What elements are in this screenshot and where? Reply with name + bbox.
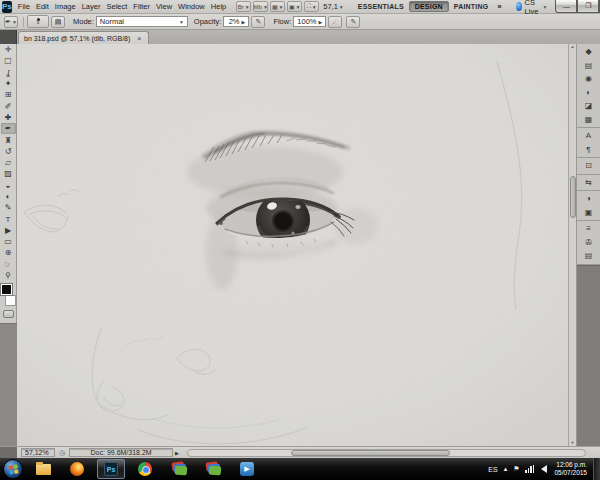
quick-mask-button[interactable] — [3, 310, 14, 318]
scroll-up-icon[interactable]: ▲ — [571, 44, 575, 50]
color-panel-icon[interactable]: ◆ — [580, 46, 598, 59]
menu-filter[interactable]: Filter — [130, 0, 153, 13]
crop-tool[interactable]: ⊞ — [1, 89, 16, 100]
menu-edit[interactable]: Edit — [33, 0, 52, 13]
document-size-field[interactable]: Doc: 99.6M/318.2M — [69, 448, 173, 457]
mini-bridge-panel-icon[interactable]: ⊡ — [580, 160, 598, 173]
eraser-tool[interactable]: ▱ — [1, 157, 16, 168]
screen-mode-icon[interactable]: ⛶▼ — [304, 1, 319, 12]
action-center-icon[interactable]: ⚑ — [513, 465, 519, 473]
taskbar-app-bluestacks[interactable] — [165, 459, 193, 479]
taskbar-app-firefox[interactable] — [63, 459, 91, 479]
arrange-documents-icon[interactable]: ▣▼ — [287, 1, 302, 12]
document-tab[interactable]: bn 318.psd @ 57,1% (dib, RGB/8) × — [18, 31, 149, 44]
horizontal-scrollbar[interactable]: ∙∙∙ — [187, 449, 586, 457]
3d-rotate-tool[interactable]: ⊕ — [1, 247, 16, 258]
brush-preset-picker[interactable]: 9 — [27, 15, 49, 28]
show-desktop-button[interactable] — [593, 458, 600, 480]
layers-panel-icon[interactable]: ≡ — [580, 223, 598, 236]
hand-tool[interactable]: ☞ — [1, 259, 16, 270]
paths-panel-icon[interactable]: ▤ — [580, 250, 598, 263]
menu-image[interactable]: Image — [52, 0, 79, 13]
clock[interactable]: 12:06 p.m. 05/07/2015 — [554, 461, 587, 477]
blur-tool[interactable]: ◒ — [1, 180, 16, 191]
status-menu-arrow-icon[interactable]: ▶ — [175, 450, 179, 456]
start-button[interactable] — [3, 459, 23, 479]
pressure-size-button[interactable]: ✎ — [346, 16, 360, 28]
move-tool[interactable]: ✛ — [1, 44, 16, 55]
opacity-input[interactable]: 2% ▶ — [223, 16, 249, 27]
vertical-scrollbar[interactable]: ▲ ▼ — [568, 44, 576, 446]
network-icon[interactable] — [525, 465, 535, 473]
language-indicator[interactable]: ES — [488, 466, 497, 473]
pressure-opacity-button[interactable]: ✎ — [251, 16, 265, 28]
channels-panel-icon[interactable]: ▣ — [580, 206, 598, 219]
history-brush-tool[interactable]: ↺ — [1, 146, 16, 157]
clone-source-panel-icon[interactable]: ⇆ — [580, 176, 598, 189]
eyedropper-tool[interactable]: ✐ — [1, 100, 16, 111]
toggle-brush-panel-button[interactable]: ▤ — [51, 16, 65, 28]
workspace-overflow-button[interactable]: » — [493, 2, 505, 11]
taskbar-app-explorer[interactable] — [29, 459, 57, 479]
photoshop-logo[interactable]: Ps — [2, 1, 12, 13]
background-color-swatch[interactable] — [5, 295, 16, 306]
status-options-icon[interactable]: ◷ — [59, 449, 65, 457]
taskbar-app-media-player[interactable]: ▶ — [233, 459, 261, 479]
vertical-scroll-thumb[interactable] — [570, 176, 576, 218]
flow-input[interactable]: 100% ▶ — [293, 16, 326, 27]
tab-close-icon[interactable]: × — [135, 34, 143, 42]
character-panel-icon[interactable]: A — [580, 130, 598, 143]
marquee-tool[interactable]: ▢ — [1, 55, 16, 66]
blend-mode-value: Normal — [100, 17, 124, 26]
workspace-painting[interactable]: PAINTING — [449, 2, 494, 11]
history-panel-icon[interactable]: ✇ — [580, 236, 598, 249]
taskbar-app-chrome[interactable] — [131, 459, 159, 479]
menu-file[interactable]: File — [15, 0, 33, 13]
menu-select[interactable]: Select — [103, 0, 130, 13]
shape-tool[interactable]: ▭ — [1, 236, 16, 247]
launch-bridge-icon[interactable]: Br▼ — [236, 1, 251, 12]
type-tool[interactable]: T — [1, 213, 16, 224]
healing-brush-tool[interactable]: ✚ — [1, 112, 16, 123]
styles-panel-icon[interactable]: ◉ — [580, 73, 598, 86]
minimize-button[interactable]: — — [555, 0, 577, 13]
taskbar-app-bluestacks-2[interactable] — [199, 459, 227, 479]
volume-icon[interactable] — [541, 465, 547, 473]
menu-window[interactable]: Window — [175, 0, 208, 13]
masks-panel-icon[interactable]: ◪ — [580, 100, 598, 113]
dodge-tool[interactable]: ◐ — [1, 191, 16, 202]
pen-tool[interactable]: ✎ — [1, 202, 16, 213]
workspace-design[interactable]: DESIGN — [409, 1, 449, 12]
media-player-icon: ▶ — [240, 462, 254, 476]
histogram-panel-icon[interactable]: ▦ — [580, 113, 598, 126]
zoom-level-dropdown[interactable]: 57,1 ▼ — [320, 2, 347, 11]
path-selection-tool[interactable]: ▶ — [1, 225, 16, 236]
menu-view[interactable]: View — [153, 0, 175, 13]
horizontal-scroll-thumb[interactable]: ∙∙∙ — [291, 450, 450, 456]
zoom-percent-field[interactable]: 57,12% — [21, 448, 55, 457]
blend-mode-select[interactable]: Normal ▼ — [96, 16, 188, 27]
brush-tool-preset-icon[interactable]: ✒ ▼ — [4, 16, 18, 28]
lasso-tool[interactable]: ʆ — [1, 67, 16, 78]
taskbar-app-photoshop[interactable]: Ps — [97, 459, 125, 479]
artwork — [17, 44, 568, 446]
view-extras-icon[interactable]: ▦▼ — [270, 1, 285, 12]
clone-stamp-tool[interactable]: ♜ — [1, 134, 16, 145]
workspace-essentials[interactable]: ESSENTIALS — [353, 2, 409, 11]
quick-selection-tool[interactable]: ✦ — [1, 78, 16, 89]
brush-tool[interactable]: ✒ — [1, 123, 16, 134]
hidden-icons-button[interactable]: ▴ — [504, 465, 508, 473]
foreground-color-swatch[interactable] — [1, 284, 12, 295]
masks2-panel-icon[interactable]: ◑ — [580, 193, 598, 206]
restore-button[interactable]: ❐ — [577, 0, 599, 13]
launch-mini-bridge-icon[interactable]: Mb▼ — [253, 1, 268, 12]
menu-help[interactable]: Help — [208, 0, 229, 13]
swatches-panel-icon[interactable]: ▤ — [580, 59, 598, 72]
airbrush-button[interactable]: ☄ — [328, 16, 342, 28]
paragraph-panel-icon[interactable]: ¶ — [580, 143, 598, 156]
gradient-tool[interactable]: ▨ — [1, 168, 16, 179]
menu-layer[interactable]: Layer — [79, 0, 104, 13]
canvas[interactable] — [17, 44, 568, 446]
zoom-tool[interactable]: ⚲ — [1, 270, 16, 281]
adjustments-panel-icon[interactable]: ◐ — [580, 86, 598, 99]
